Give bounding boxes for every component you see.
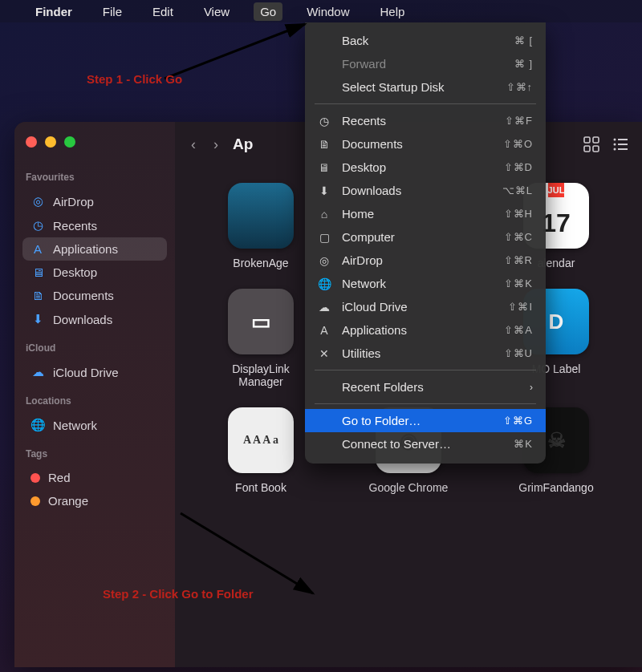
svg-rect-8 [618,144,628,145]
menu-file[interactable]: File [96,2,128,21]
list-icon [612,136,628,152]
sidebar-item-label: Downloads [53,313,112,326]
shortcut: ⇧⌘O [503,138,533,150]
sidebar-item-desktop[interactable]: 🖥Desktop [22,261,167,284]
sidebar-item-red[interactable]: Red [22,466,167,489]
shortcut: ⇧⌘D [504,161,533,173]
list-view-button[interactable] [612,136,629,153]
svg-rect-1 [584,137,590,143]
svg-rect-2 [593,137,599,143]
forward-button[interactable]: › [210,133,221,156]
menu-item-select-startup-disk[interactable]: Select Startup Disk⇧⌘↑ [305,75,546,99]
sidebar-item-icloud-drive[interactable]: ☁iCloud Drive [22,360,167,384]
menu-item-network[interactable]: 🌐Network⇧⌘K [305,272,546,295]
sidebar-header-favourites: Favourites [26,172,164,183]
network-icon: 🌐 [30,418,45,432]
annotation-step1: Step 1 - Click Go [87,72,182,86]
minimize-button[interactable] [45,136,56,148]
menu-item-downloads[interactable]: ⬇Downloads⌥⌘L [305,179,546,202]
shortcut: ⇧⌘G [503,415,533,427]
shortcut: ⇧⌘H [504,208,533,220]
menu-go[interactable]: Go [254,2,282,21]
window-title: Ap [233,136,253,153]
sidebar-item-applications[interactable]: AApplications [22,237,167,261]
app-icon: ▭ [228,289,294,354]
sidebar-item-airdrop[interactable]: ◎AirDrop [22,189,167,213]
sidebar-item-label: Red [48,471,71,484]
menu-window[interactable]: Window [300,2,356,21]
menu-item-airdrop[interactable]: ◎AirDrop⇧⌘R [305,249,546,272]
svg-rect-10 [618,148,628,150]
apps-icon: A [316,324,332,337]
menu-item-label: Connect to Server… [342,437,504,451]
menu-item-recents[interactable]: ◷Recents⇧⌘F [305,109,546,132]
svg-rect-3 [584,146,590,152]
svg-point-9 [614,148,616,151]
sidebar-item-downloads[interactable]: ⬇Downloads [22,307,167,331]
svg-rect-4 [593,146,599,152]
menu-item-connect-to-server[interactable]: Connect to Server…⌘K [305,432,546,455]
menu-edit[interactable]: Edit [146,2,180,21]
menu-help[interactable]: Help [374,2,412,21]
shortcut: ⇧⌘K [504,277,533,289]
utilities-icon: ✕ [316,347,332,360]
sidebar-item-network[interactable]: 🌐Network [22,413,167,437]
menubar: Finder File Edit View Go Window Help [0,0,642,22]
menu-view[interactable]: View [197,2,236,21]
tag-dot-icon [30,496,40,506]
icon-view-button[interactable] [583,136,600,153]
shortcut: ⌘ [ [514,34,533,47]
download-icon: ⬇ [316,184,332,197]
menu-item-label: Go to Folder… [342,414,494,427]
shortcut: ⇧⌘F [505,115,533,127]
sidebar-item-documents[interactable]: 🗎Documents [22,284,167,307]
app-label: GrimFandango [518,481,593,494]
menu-item-desktop[interactable]: 🖥Desktop⇧⌘D [305,156,546,179]
menu-item-icloud-drive[interactable]: ☁iCloud Drive⇧⌘I [305,295,546,318]
menu-item-back[interactable]: Back⌘ [ [305,29,546,52]
shortcut: ⇧⌘R [504,254,533,266]
tag-dot-icon [30,473,40,483]
download-icon: ⬇ [30,312,45,326]
menu-item-utilities[interactable]: ✕Utilities⇧⌘U [305,342,546,365]
sidebar-header-tags: Tags [26,448,164,459]
menu-item-label: Documents [342,137,494,151]
menu-item-label: Recent Folders [342,380,520,394]
sidebar-header-locations: Locations [26,395,164,407]
menu-item-label: Select Startup Disk [342,80,497,94]
shortcut: ⇧⌘C [504,231,533,243]
app-icon [228,183,294,249]
sidebar-item-label: Applications [53,242,118,256]
desktop-icon: 🖥 [316,161,332,174]
shortcut: ⌘ ] [514,58,533,70]
back-button[interactable]: ‹ [188,133,199,156]
menu-item-recent-folders[interactable]: Recent Folders› [305,375,546,399]
menu-item-applications[interactable]: AApplications⇧⌘A [305,318,546,342]
menu-item-home[interactable]: ⌂Home⇧⌘H [305,202,546,225]
airdrop-icon: ◎ [30,194,45,208]
menubar-app-name[interactable]: Finder [29,2,79,21]
menu-item-forward: Forward⌘ ] [305,52,546,75]
menu-item-documents[interactable]: 🗎Documents⇧⌘O [305,132,546,156]
sidebar-item-label: Orange [48,494,88,508]
app-label: Font Book [235,481,286,494]
sidebar-item-label: Documents [53,289,114,302]
doc-icon: 🗎 [316,138,332,151]
menu-item-label: Computer [342,230,494,244]
menu-item-label: Back [342,34,505,47]
clock-icon: ◷ [30,218,45,233]
desktop-icon: 🖥 [30,265,45,279]
sidebar-item-recents[interactable]: ◷Recents [22,213,167,237]
shortcut: ⇧⌘↑ [506,81,534,93]
menu-item-computer[interactable]: ▢Computer⇧⌘C [305,225,546,249]
menu-item-label: Home [342,207,494,221]
menu-item-label: Downloads [342,184,493,197]
sidebar-item-label: AirDrop [53,195,94,208]
window-controls [22,132,167,160]
sidebar-item-orange[interactable]: Orange [22,489,167,512]
zoom-button[interactable] [64,136,75,148]
menu-item-label: Forward [342,57,505,71]
menu-item-go-to-folder[interactable]: Go to Folder…⇧⌘G [305,409,546,432]
close-button[interactable] [26,136,37,148]
app-label: DisplayLink Manager [232,362,290,388]
